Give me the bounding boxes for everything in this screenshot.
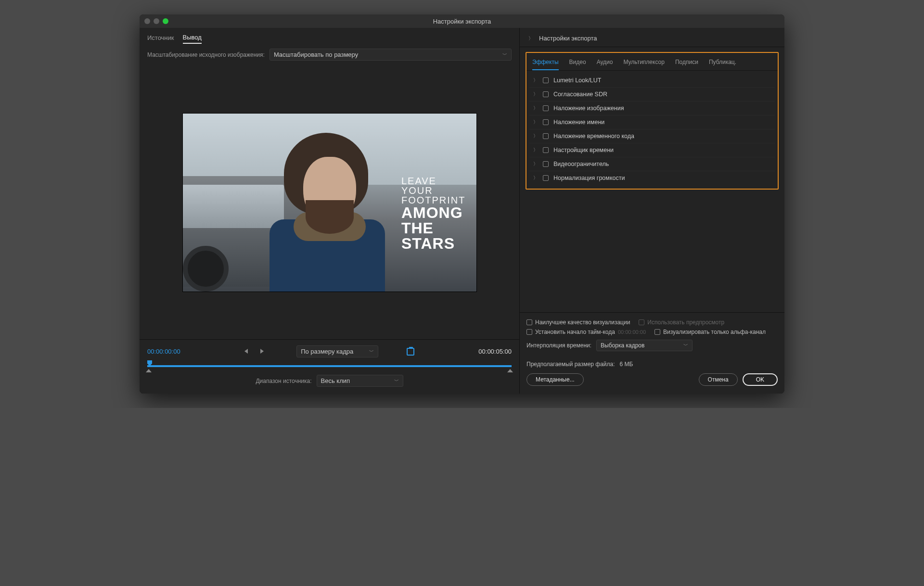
chevron-right-icon: 〉 (528, 35, 533, 42)
scale-select-value: Масштабировать по размеру (274, 51, 358, 58)
chevron-right-icon: 〉 (533, 133, 538, 140)
source-range-select[interactable]: Весь клип ﹀ (317, 375, 403, 387)
chevron-right-icon: 〉 (533, 147, 538, 153)
effect-video-limiter[interactable]: 〉 Видеоограничитель (529, 157, 775, 171)
window-zoom-icon[interactable] (163, 18, 168, 24)
scale-label: Масштабирование исходного изображения: (147, 51, 265, 58)
chevron-right-icon: 〉 (533, 161, 538, 167)
tab-effects[interactable]: Эффекты (532, 57, 559, 70)
source-output-tabs: Источник Вывод (140, 28, 519, 46)
ok-button[interactable]: OK (743, 373, 778, 386)
tab-publish[interactable]: Публикац. (709, 57, 736, 70)
mark-in-icon[interactable] (244, 348, 251, 355)
chevron-right-icon: 〉 (533, 119, 538, 126)
preview-fit-value: По размеру кадра (301, 348, 353, 355)
out-timecode[interactable]: 00:00:05:00 (478, 348, 512, 355)
chevron-down-icon: ﹀ (683, 342, 688, 349)
tab-multiplexer[interactable]: Мультиплексор (623, 57, 664, 70)
tab-video[interactable]: Видео (569, 57, 586, 70)
estimated-filesize-value: 6 МБ (620, 361, 633, 368)
effect-lumetri-lut[interactable]: 〉 Lumetri Look/LUT (529, 74, 775, 88)
scale-select[interactable]: Масштабировать по размеру ﹀ (270, 49, 512, 61)
timeline-controls: 00:00:00:00 По размеру кадра ﹀ 00:00:05:… (140, 339, 519, 394)
effects-list: 〉 Lumetri Look/LUT 〉 Согласование SDR 〉 … (526, 71, 778, 186)
checkbox-icon[interactable] (526, 329, 532, 335)
opt-max-render-quality[interactable]: Наилучшее качество визуализации (526, 319, 630, 326)
source-range-value: Весь клип (321, 377, 350, 384)
chevron-down-icon: ﹀ (394, 378, 399, 384)
metadata-button[interactable]: Метаданные... (526, 373, 584, 386)
checkbox-icon[interactable] (543, 175, 549, 181)
checkbox-icon[interactable] (543, 119, 549, 125)
export-settings-section-title: Настройки экспорта (539, 35, 597, 42)
opt-set-start-timecode[interactable]: Установить начало тайм-кода 00:00:00:00 (526, 329, 646, 335)
checkbox-icon[interactable] (543, 147, 549, 153)
chevron-right-icon: 〉 (533, 175, 538, 181)
crop-icon[interactable] (407, 348, 414, 356)
effect-timecode-overlay[interactable]: 〉 Наложение временного кода (529, 129, 775, 143)
checkbox-icon[interactable] (654, 329, 660, 335)
chevron-down-icon: ﹀ (369, 348, 374, 355)
window-title: Настройки экспорта (140, 18, 784, 25)
effects-tabs-highlight: Эффекты Видео Аудио Мультиплексор Подпис… (526, 52, 779, 190)
opt-render-alpha-only[interactable]: Визуализировать только альфа-канал (654, 329, 766, 335)
window-traffic-lights (140, 18, 168, 24)
window-close-icon[interactable] (144, 18, 150, 24)
checkbox-icon[interactable] (526, 319, 532, 325)
opt-use-previews: Использовать предпросмотр (639, 319, 724, 326)
titlebar: Настройки экспорта (140, 14, 784, 28)
checkbox-icon[interactable] (543, 133, 549, 139)
video-preview: LEAVE YOUR FOOTPRINT AMONG THE STARS (183, 114, 476, 292)
chevron-down-icon: ﹀ (502, 51, 507, 58)
preview-fit-select[interactable]: По размеру кадра ﹀ (296, 345, 378, 357)
checkbox-icon[interactable] (543, 77, 549, 83)
settings-tabs: Эффекты Видео Аудио Мультиплексор Подпис… (526, 53, 778, 71)
cancel-button[interactable]: Отмена (699, 373, 738, 386)
time-interpolation-select[interactable]: Выборка кадров ﹀ (596, 340, 693, 351)
start-timecode-value: 00:00:00:00 (618, 329, 646, 335)
checkbox-icon[interactable] (543, 161, 549, 167)
settings-panel: 〉 Настройки экспорта Эффекты Видео Аудио… (520, 28, 784, 394)
mark-out-icon[interactable] (260, 348, 264, 355)
tab-output[interactable]: Вывод (183, 34, 202, 44)
checkbox-icon (639, 319, 644, 325)
in-timecode[interactable]: 00:00:00:00 (147, 348, 180, 355)
source-range-label: Диапазон источника: (256, 378, 311, 384)
preview-panel: Источник Вывод Масштабирование исходного… (140, 28, 520, 394)
effect-image-overlay[interactable]: 〉 Наложение изображения (529, 102, 775, 115)
time-interpolation-label: Интерполяция времени: (526, 342, 591, 349)
timeline-scrubber[interactable] (147, 361, 512, 370)
effect-loudness-normalization[interactable]: 〉 Нормализация громкости (529, 171, 775, 185)
effect-name-overlay[interactable]: 〉 Наложение имени (529, 115, 775, 129)
tab-source[interactable]: Источник (147, 34, 174, 43)
tab-captions[interactable]: Подписи (675, 57, 698, 70)
tab-audio[interactable]: Аудио (597, 57, 613, 70)
estimated-filesize-label: Предполагаемый размер файла: (526, 361, 615, 368)
effect-sdr-conform[interactable]: 〉 Согласование SDR (529, 88, 775, 102)
export-settings-section-toggle[interactable]: 〉 Настройки экспорта (520, 28, 784, 45)
time-interpolation-value: Выборка кадров (601, 342, 644, 349)
chevron-right-icon: 〉 (533, 77, 538, 84)
checkbox-icon[interactable] (543, 105, 549, 111)
window-minimize-icon[interactable] (154, 18, 159, 24)
chevron-right-icon: 〉 (533, 91, 538, 98)
checkbox-icon[interactable] (543, 91, 549, 97)
export-settings-window: Настройки экспорта Источник Вывод Масшта… (140, 14, 784, 394)
preview-overlay-text: LEAVE YOUR FOOTPRINT AMONG THE STARS (401, 176, 466, 251)
effect-time-tuner[interactable]: 〉 Настройщик времени (529, 143, 775, 157)
chevron-right-icon: 〉 (533, 105, 538, 112)
render-options: Наилучшее качество визуализации Использо… (520, 312, 784, 356)
